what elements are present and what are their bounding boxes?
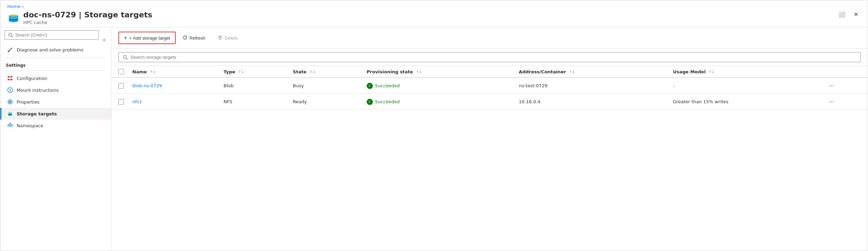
svg-line-37 (126, 58, 127, 59)
row2-status-icon (367, 99, 373, 105)
row1-provisioning-cell: Succeeded (362, 78, 515, 94)
namespace-icon (7, 122, 13, 129)
row2-more-button[interactable]: ··· (826, 97, 837, 106)
properties-icon (7, 99, 13, 105)
svg-rect-9 (10, 76, 12, 78)
titlebar-left: Home › doc-ns-0729 | Storage tar (7, 4, 152, 25)
page-subtitle: HPC cache (23, 20, 152, 25)
row2-status-text: Succeeded (375, 99, 400, 104)
sidebar-item-mount-instructions[interactable]: i Mount instructions (0, 84, 111, 96)
restore-button[interactable]: ⬜ (837, 10, 847, 19)
sidebar-item-namespace-label: Namespace (17, 123, 43, 128)
row1-checkbox-cell (111, 78, 128, 94)
row2-name-cell: nfs1 (128, 94, 219, 110)
search-icon (8, 33, 13, 38)
config-icon (7, 75, 13, 81)
close-button[interactable]: ✕ (851, 10, 861, 19)
breadcrumb-home[interactable]: Home (7, 4, 20, 9)
wrench-icon (7, 47, 13, 53)
row1-state: Busy (293, 83, 304, 88)
titlebar-right: ⬜ ✕ (837, 10, 861, 19)
sidebar-item-properties[interactable]: Properties (0, 96, 111, 108)
row1-type-cell: Blob (219, 78, 289, 94)
table-search-icon (123, 55, 128, 60)
sidebar: « Diagnose and solve problems Settings (0, 27, 111, 251)
table-search-box[interactable] (118, 52, 861, 62)
svg-rect-8 (8, 76, 10, 78)
sidebar-search-box[interactable] (5, 30, 99, 40)
page-title: doc-ns-0729 | Storage targets (23, 10, 152, 19)
sidebar-item-storage-targets-label: Storage targets (17, 111, 57, 116)
hpc-cache-icon (7, 11, 20, 24)
main-content: « Diagnose and solve problems Settings (0, 27, 868, 251)
table-select-all-checkbox[interactable] (118, 69, 124, 74)
row2-address-cell: 10.16.0.4 (515, 94, 669, 110)
type-sort-icon: ↑↓ (238, 70, 244, 74)
row1-name-link[interactable]: blob-ns-0729 (132, 83, 162, 88)
info-icon: i (7, 87, 13, 93)
row1-status-icon (367, 83, 373, 89)
svg-line-6 (11, 36, 13, 37)
table-header-usage-model[interactable]: Usage Model ↑↓ (669, 66, 822, 78)
row2-state: Ready (293, 99, 307, 104)
title-row: doc-ns-0729 | Storage targets HPC cache (7, 10, 152, 25)
table-header-address-container[interactable]: Address/Container ↑↓ (515, 66, 669, 78)
add-storage-target-button[interactable]: + + Add storage target (118, 32, 176, 44)
svg-point-25 (8, 125, 9, 126)
table-header-row: Name ↑↓ Type ↑↓ State ↑↓ (111, 66, 868, 78)
refresh-label: Refresh (190, 35, 206, 41)
row2-checkbox[interactable] (118, 99, 124, 105)
svg-point-23 (9, 112, 12, 113)
refresh-icon (183, 35, 187, 41)
sidebar-search-input[interactable] (15, 32, 95, 38)
delete-button[interactable]: Delete (212, 32, 243, 44)
sidebar-search-row: « (5, 30, 107, 40)
row1-usage-cell: - (669, 78, 822, 94)
row2-address: 10.16.0.4 (519, 99, 540, 104)
storage-icon (7, 111, 13, 117)
table-row: nfs1 NFS Ready Succeeded (111, 94, 868, 110)
svg-point-5 (9, 33, 12, 36)
row1-usage: - (673, 83, 675, 88)
table-header-name[interactable]: Name ↑↓ (128, 66, 219, 78)
row2-name-link[interactable]: nfs1 (132, 99, 142, 104)
sidebar-section-settings: Settings (0, 59, 111, 69)
sidebar-item-configuration-label: Configuration (17, 76, 47, 81)
svg-rect-31 (219, 37, 222, 39)
row1-address: ns-test-0729 (519, 83, 547, 88)
delete-icon (218, 35, 223, 41)
row1-status: Succeeded (367, 83, 510, 89)
row1-checkbox[interactable] (118, 83, 124, 89)
row1-address-cell: ns-test-0729 (515, 78, 669, 94)
table-header-actions (822, 66, 868, 78)
sidebar-collapse-button[interactable]: « (101, 35, 107, 44)
sidebar-item-storage-targets[interactable]: Storage targets (0, 108, 111, 120)
sidebar-item-diagnose[interactable]: Diagnose and solve problems (0, 44, 111, 56)
addr-sort-icon: ↑↓ (569, 70, 575, 74)
svg-point-4 (10, 15, 17, 17)
state-sort-icon: ↑↓ (309, 70, 315, 74)
name-sort-icon: ↑↓ (150, 70, 156, 74)
row1-more-button[interactable]: ··· (826, 81, 837, 90)
usage-sort-icon: ↑↓ (709, 70, 715, 74)
add-storage-target-label: + Add storage target (129, 35, 170, 41)
row2-type-cell: NFS (219, 94, 289, 110)
table-header-state[interactable]: State ↑↓ (289, 66, 362, 78)
row1-state-cell: Busy (289, 78, 362, 94)
svg-text:i: i (9, 88, 10, 92)
sidebar-item-namespace[interactable]: Namespace (0, 120, 111, 131)
table-header-provisioning-state[interactable]: Provisioning state ↑↓ (362, 66, 515, 78)
main-window: Home › doc-ns-0729 | Storage tar (0, 0, 868, 251)
table-header-type[interactable]: Type ↑↓ (219, 66, 289, 78)
svg-point-27 (9, 123, 11, 124)
row1-status-text: Succeeded (375, 83, 400, 88)
sidebar-item-configuration[interactable]: Configuration (0, 72, 111, 84)
table-search-row (111, 49, 868, 66)
table-search-input[interactable] (131, 55, 856, 60)
row2-state-cell: Ready (289, 94, 362, 110)
row1-type: Blob (224, 83, 234, 88)
row2-usage-cell: Greater than 15% writes (669, 94, 822, 110)
refresh-button[interactable]: Refresh (177, 32, 211, 44)
svg-rect-10 (8, 79, 10, 80)
row2-usage: Greater than 15% writes (673, 99, 728, 104)
